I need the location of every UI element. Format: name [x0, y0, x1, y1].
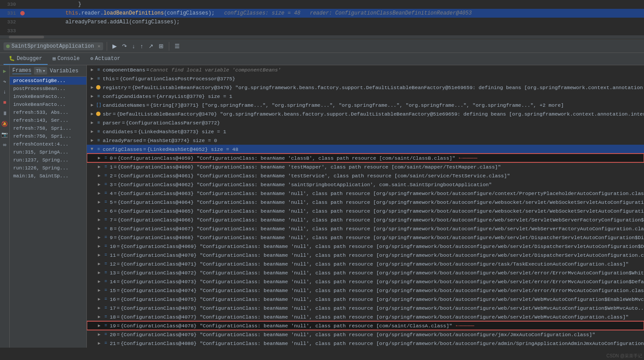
close-session-button[interactable]: ✕	[97, 43, 101, 49]
var-row-10[interactable]: ▶ = 10 = {ConfigurationClass@4069} "Conf…	[87, 242, 644, 251]
var-name: 14	[110, 279, 116, 285]
var-type-icon: =	[103, 155, 109, 161]
var-row-18[interactable]: ▶ = 18 = {ConfigurationClass@4077} "Conf…	[87, 312, 644, 321]
var-name: configCandidates	[103, 94, 151, 99]
var-row-configcandidates[interactable]: ▶ ≡ configCandidates = {ArrayList@3770} …	[87, 92, 644, 101]
var-row-2[interactable]: ▶ = 2 = {ConfigurationClass@4061} "Confi…	[87, 171, 644, 180]
var-value: {ConfigurationClass@4079} "Configuration…	[121, 332, 596, 338]
var-row-candidates[interactable]: ▶ ≡ candidates = {LinkedHashSet@3773} si…	[87, 127, 644, 136]
var-row-0[interactable]: ▶ = 0 = {ConfigurationClass@4059} "Confi…	[87, 154, 644, 162]
thread-selector[interactable]: Th ▾	[34, 67, 47, 75]
frame-item[interactable]: refresh:143, Ser...	[10, 116, 86, 124]
var-name: 10	[110, 244, 116, 249]
var-type-icon: =	[103, 181, 109, 188]
var-row-11[interactable]: ▶ = 11 = {ConfigurationClass@4070} "Conf…	[87, 251, 644, 259]
var-row-candidatenames[interactable]: ▶ [] candidateNames = {String[7]@3771} […	[87, 101, 644, 109]
var-row-3[interactable]: ▶ = 3 = {ConfigurationClass@4062} "Confi…	[87, 180, 644, 189]
expand-icon: ▶	[96, 199, 103, 206]
code-line-332: 332 alreadyParsed.addAll(configClasses);	[0, 18, 644, 26]
expand-icon: ▶	[96, 251, 103, 259]
var-name: registry	[103, 85, 127, 90]
variables-tab[interactable]: Variables	[50, 68, 78, 74]
frame-item[interactable]: postProcessBean...	[10, 85, 86, 93]
frame-item[interactable]: invokeBeanFacto...	[10, 101, 86, 109]
frame-item[interactable]: refresh:758, Spri...	[10, 124, 86, 132]
debug-session[interactable]: SaintSpringbootApplication ✕	[4, 42, 103, 50]
var-value: {ArrayList@3770} size = 1	[156, 94, 232, 99]
var-row-7[interactable]: ▶ = 7 = {ConfigurationClass@4066} "Confi…	[87, 215, 644, 224]
frame-item[interactable]: refresh:533, Abs...	[10, 109, 86, 116]
evaluate-button[interactable]: ⊞	[157, 42, 165, 50]
frame-item[interactable]: invokeBeanFacto...	[10, 93, 86, 101]
var-row-1[interactable]: ▶ = 1 = {ConfigurationClass@4060} "Confi…	[87, 162, 644, 171]
var-row-4[interactable]: ▶ = 4 = {ConfigurationClass@4063} "Confi…	[87, 189, 644, 198]
var-row-sbr[interactable]: ▶ sbr = {DefaultListableBeanFactory@3470…	[87, 109, 644, 118]
frame-item[interactable]: processConfigBe...	[10, 77, 86, 85]
step-over-icon[interactable]: ↷	[1, 78, 9, 86]
actuator-icon: ⚙	[90, 56, 93, 61]
var-row-parser[interactable]: ▶ ≡ parser = {ConfigurationClassParser@3…	[87, 118, 644, 127]
var-row-15[interactable]: ▶ = 15 = {ConfigurationClass@4074} "Conf…	[87, 286, 644, 295]
frame-item[interactable]: run:315, SpringA...	[10, 148, 86, 156]
var-row-this[interactable]: ▶ ≡ this = {ConfigurationClassPostProces…	[87, 74, 644, 83]
tab-console-label: Console	[57, 56, 79, 62]
var-eq: =	[114, 191, 117, 196]
var-row-6[interactable]: ▶ = 6 = {ConfigurationClass@4065} "Confi…	[87, 206, 644, 215]
frames-header: Frames Th ▾ Variables	[10, 65, 86, 77]
step-out-button[interactable]: ↑	[138, 42, 145, 50]
var-row-13[interactable]: ▶ = 13 = {ConfigurationClass@4072} "Conf…	[87, 268, 644, 277]
frame-item[interactable]: refreshContext:4...	[10, 140, 86, 148]
var-row-5[interactable]: ▶ = 5 = {ConfigurationClass@4064} "Confi…	[87, 198, 644, 206]
play-icon[interactable]: ▶	[1, 67, 9, 75]
run-to-cursor-button[interactable]: ↗	[147, 42, 155, 50]
expand-icon: ▶	[96, 260, 103, 267]
frame-item[interactable]: run:1237, Spring...	[10, 156, 86, 164]
var-row-registry[interactable]: ▶ registry = {DefaultListableBeanFactory…	[87, 83, 644, 92]
var-type-icon: =	[103, 243, 109, 249]
var-type-icon: ≡	[96, 120, 102, 126]
var-eq: =	[146, 102, 149, 108]
var-value: {ConfigurationClass@4068} "Configuration…	[118, 235, 644, 240]
separator	[169, 42, 169, 51]
expand-icon: ▶	[89, 75, 96, 82]
frame-item[interactable]: refresh:750, Spri...	[10, 132, 86, 140]
var-eq: =	[117, 332, 120, 338]
var-row-9[interactable]: ▶ = 9 = {ConfigurationClass@4068} "Confi…	[87, 233, 644, 242]
frames-tab[interactable]: Frames	[12, 68, 31, 74]
var-row-20[interactable]: ▶ = 20 = {ConfigurationClass@4079} "Conf…	[87, 330, 644, 339]
step-into-button[interactable]: ↓	[130, 42, 137, 50]
settings-button[interactable]: ☰	[173, 42, 182, 50]
tab-console[interactable]: ▤ Console	[48, 53, 85, 65]
horizontal-scrollbar[interactable]	[0, 35, 644, 39]
var-row-12[interactable]: ▶ = 12 = {ConfigurationClass@4071} "Conf…	[87, 259, 644, 268]
frame-item[interactable]: main:18, SaintSp...	[10, 172, 86, 180]
tab-actuator[interactable]: ⚙ Actuator	[85, 53, 126, 65]
thread-dropdown-icon: ▾	[42, 68, 45, 74]
var-row-21[interactable]: ▶ = 21 = {ConfigurationClass@4080} "Conf…	[87, 339, 644, 348]
stop-icon[interactable]: ■	[1, 99, 9, 107]
var-row-14[interactable]: ▶ = 14 = {ConfigurationClass@4073} "Conf…	[87, 277, 644, 286]
var-row-19[interactable]: ▶ = 19 = {ConfigurationClass@4078} "Conf…	[87, 321, 644, 330]
pause-icon[interactable]: ⏸	[1, 109, 9, 117]
var-row-configclasses[interactable]: ▶ ≡ configClasses = {LinkedHashSet@4052}…	[87, 145, 644, 154]
scrollbar-thumb[interactable]	[9, 36, 44, 38]
mute-icon[interactable]: 🔕	[1, 120, 9, 128]
expand-icon: ▶	[96, 287, 103, 294]
frame-item[interactable]: run:1226, Spring...	[10, 164, 86, 172]
resume-button[interactable]: ▶	[111, 42, 119, 50]
var-row-8[interactable]: ▶ = 8 = {ConfigurationClass@4067} "Confi…	[87, 224, 644, 233]
camera-icon[interactable]: 📷	[1, 131, 9, 139]
var-row-17[interactable]: ▶ = 17 = {ConfigurationClass@4076} "Conf…	[87, 304, 644, 312]
expand-icon: ▶	[96, 234, 103, 241]
var-row-16[interactable]: ▶ = 16 = {ConfigurationClass@4075} "Conf…	[87, 295, 644, 304]
var-row-componentbeans[interactable]: ▶ ≡ componentBeans = Cannot find local v…	[87, 65, 644, 74]
var-type-icon: =	[103, 190, 109, 196]
step-into-icon[interactable]: ↓	[1, 88, 9, 96]
var-type-icon: =	[103, 208, 109, 214]
infinite-icon[interactable]: ∞	[1, 141, 9, 149]
step-over-button[interactable]: ↷	[120, 42, 129, 50]
tab-debugger[interactable]: 🐛 Debugger	[4, 53, 48, 65]
var-value: {ConfigurationClass@4069} "Configuration…	[121, 244, 644, 249]
var-row-alreadyparsed[interactable]: ▶ ≡ alreadyParsed = {HashSet@3774} size …	[87, 136, 644, 145]
expand-icon: ▶	[96, 207, 103, 214]
